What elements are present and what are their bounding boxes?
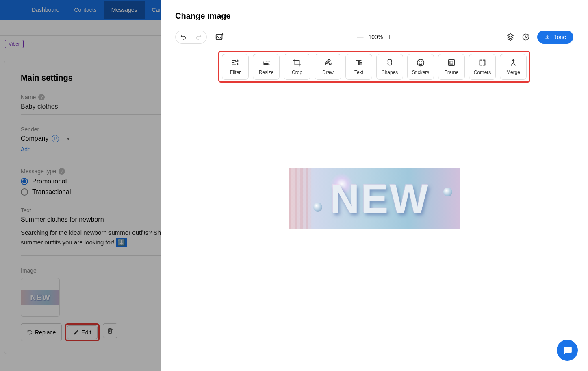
merge-icon — [509, 58, 518, 67]
image-plus-icon — [215, 33, 224, 41]
tool-crop[interactable]: Crop — [284, 54, 310, 80]
zoom-controls: — 100% + — [357, 33, 391, 41]
tool-frame[interactable]: Frame — [438, 54, 465, 80]
tool-shapes[interactable]: Shapes — [376, 54, 403, 80]
resize-icon — [262, 58, 271, 67]
svg-point-4 — [417, 59, 424, 66]
tool-draw[interactable]: Draw — [315, 54, 341, 80]
zoom-in-button[interactable]: + — [388, 33, 391, 41]
text-icon — [354, 58, 363, 67]
svg-rect-9 — [480, 60, 485, 65]
svg-rect-7 — [449, 60, 455, 66]
tool-corners[interactable]: Corners — [469, 54, 496, 80]
corners-icon — [478, 58, 487, 67]
zoom-level: 100% — [368, 34, 383, 40]
tool-stickers[interactable]: Stickers — [407, 54, 434, 80]
canvas-area[interactable]: NEW — [161, 83, 588, 229]
svg-point-6 — [421, 61, 422, 62]
download-icon — [545, 34, 550, 40]
layers-icon[interactable] — [506, 33, 514, 41]
sphere-decoration — [443, 188, 452, 196]
undo-icon — [180, 34, 187, 40]
undo-button[interactable] — [176, 31, 191, 43]
filter-icon — [231, 58, 240, 67]
stickers-icon — [416, 58, 425, 67]
frame-icon — [447, 58, 456, 67]
tool-row: Filter Resize Crop Draw Text — [222, 54, 527, 80]
redo-button[interactable] — [191, 31, 206, 43]
redo-icon — [195, 34, 202, 40]
crop-icon — [293, 58, 302, 67]
tool-merge[interactable]: Merge — [500, 54, 527, 80]
chat-fab[interactable] — [557, 340, 578, 361]
undo-redo-group — [175, 31, 207, 44]
tool-row-container: Filter Resize Crop Draw Text — [161, 51, 588, 83]
svg-point-5 — [419, 61, 420, 62]
zoom-out-button[interactable]: — — [357, 33, 363, 41]
done-button[interactable]: Done — [537, 31, 573, 44]
svg-rect-3 — [264, 63, 269, 65]
image-text: NEW — [330, 175, 430, 222]
shapes-icon — [385, 58, 394, 67]
tool-filter[interactable]: Filter — [222, 54, 249, 80]
canvas-image[interactable]: NEW — [289, 168, 460, 229]
modal-title: Change image — [161, 0, 588, 27]
history-icon[interactable] — [522, 33, 530, 41]
image-editor-modal: Change image — 100% + Done — [161, 0, 588, 371]
tool-text[interactable]: Text — [345, 54, 372, 80]
svg-rect-8 — [450, 61, 453, 64]
sphere-decoration — [313, 203, 322, 212]
tool-row-highlight: Filter Resize Crop Draw Text — [218, 51, 530, 83]
chat-icon — [562, 345, 573, 356]
draw-icon — [323, 58, 332, 67]
tool-resize[interactable]: Resize — [253, 54, 280, 80]
add-image-button[interactable] — [213, 31, 226, 43]
editor-toolbar: — 100% + Done — [161, 27, 588, 47]
